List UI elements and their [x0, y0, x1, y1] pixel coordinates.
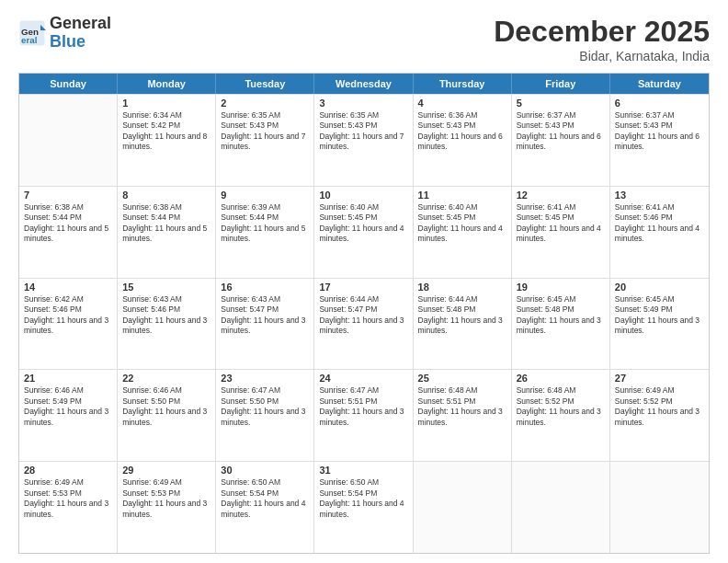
- cell-info: Sunrise: 6:41 AM Sunset: 5:45 PM Dayligh…: [517, 202, 605, 245]
- day-of-week-tuesday: Tuesday: [216, 74, 314, 94]
- header: Gen eral General Blue December 2025 Bida…: [18, 15, 710, 63]
- calendar-cell: 14Sunrise: 6:42 AM Sunset: 5:46 PM Dayli…: [19, 279, 118, 370]
- day-number: 2: [221, 98, 309, 109]
- calendar-cell: 13Sunrise: 6:41 AM Sunset: 5:46 PM Dayli…: [610, 187, 709, 278]
- cell-info: Sunrise: 6:38 AM Sunset: 5:44 PM Dayligh…: [122, 202, 210, 245]
- calendar-week-3: 14Sunrise: 6:42 AM Sunset: 5:46 PM Dayli…: [19, 278, 709, 370]
- calendar-cell: 18Sunrise: 6:44 AM Sunset: 5:48 PM Dayli…: [414, 279, 512, 370]
- day-number: 3: [319, 98, 407, 109]
- cell-info: Sunrise: 6:50 AM Sunset: 5:54 PM Dayligh…: [319, 477, 407, 520]
- day-number: 5: [517, 98, 605, 109]
- calendar-cell: 12Sunrise: 6:41 AM Sunset: 5:45 PM Dayli…: [512, 187, 610, 278]
- day-of-week-sunday: Sunday: [19, 74, 118, 94]
- cell-info: Sunrise: 6:49 AM Sunset: 5:53 PM Dayligh…: [122, 477, 210, 520]
- calendar-cell: 17Sunrise: 6:44 AM Sunset: 5:47 PM Dayli…: [314, 279, 413, 370]
- day-number: 23: [221, 373, 309, 384]
- logo-text: General Blue: [50, 15, 111, 52]
- calendar-cell: [610, 462, 709, 553]
- calendar-cell: 21Sunrise: 6:46 AM Sunset: 5:49 PM Dayli…: [19, 370, 118, 461]
- cell-info: Sunrise: 6:47 AM Sunset: 5:50 PM Dayligh…: [221, 385, 309, 428]
- day-number: 21: [24, 373, 112, 384]
- calendar-cell: 22Sunrise: 6:46 AM Sunset: 5:50 PM Dayli…: [118, 370, 216, 461]
- day-number: 13: [615, 190, 704, 201]
- calendar-cell: [414, 462, 512, 553]
- title-location: Bidar, Karnataka, India: [494, 49, 710, 63]
- calendar-cell: 25Sunrise: 6:48 AM Sunset: 5:51 PM Dayli…: [414, 370, 512, 461]
- calendar-cell: 7Sunrise: 6:38 AM Sunset: 5:44 PM Daylig…: [19, 187, 118, 278]
- cell-info: Sunrise: 6:50 AM Sunset: 5:54 PM Dayligh…: [221, 477, 309, 520]
- day-number: 20: [615, 282, 704, 293]
- title-block: December 2025 Bidar, Karnataka, India: [494, 15, 710, 63]
- cell-info: Sunrise: 6:40 AM Sunset: 5:45 PM Dayligh…: [319, 202, 407, 245]
- day-number: 17: [319, 282, 407, 293]
- cell-info: Sunrise: 6:49 AM Sunset: 5:53 PM Dayligh…: [24, 477, 112, 520]
- calendar-cell: 16Sunrise: 6:43 AM Sunset: 5:47 PM Dayli…: [216, 279, 314, 370]
- day-number: 24: [319, 373, 407, 384]
- cell-info: Sunrise: 6:46 AM Sunset: 5:50 PM Dayligh…: [122, 385, 210, 428]
- title-month: December 2025: [494, 15, 710, 49]
- cell-info: Sunrise: 6:35 AM Sunset: 5:43 PM Dayligh…: [319, 110, 407, 153]
- calendar-cell: 11Sunrise: 6:40 AM Sunset: 5:45 PM Dayli…: [414, 187, 512, 278]
- cell-info: Sunrise: 6:42 AM Sunset: 5:46 PM Dayligh…: [24, 294, 112, 337]
- day-number: 18: [418, 282, 506, 293]
- calendar-cell: [19, 95, 118, 186]
- svg-text:eral: eral: [21, 34, 38, 44]
- day-number: 6: [615, 98, 704, 109]
- calendar-cell: 29Sunrise: 6:49 AM Sunset: 5:53 PM Dayli…: [118, 462, 216, 553]
- cell-info: Sunrise: 6:35 AM Sunset: 5:43 PM Dayligh…: [221, 110, 309, 153]
- cell-info: Sunrise: 6:49 AM Sunset: 5:52 PM Dayligh…: [615, 385, 704, 428]
- calendar-cell: 3Sunrise: 6:35 AM Sunset: 5:43 PM Daylig…: [314, 95, 413, 186]
- calendar-week-1: 1Sunrise: 6:34 AM Sunset: 5:42 PM Daylig…: [19, 94, 709, 186]
- calendar-week-4: 21Sunrise: 6:46 AM Sunset: 5:49 PM Dayli…: [19, 369, 709, 461]
- cell-info: Sunrise: 6:43 AM Sunset: 5:47 PM Dayligh…: [221, 294, 309, 337]
- day-number: 26: [517, 373, 605, 384]
- cell-info: Sunrise: 6:47 AM Sunset: 5:51 PM Dayligh…: [319, 385, 407, 428]
- day-number: 9: [221, 190, 309, 201]
- calendar-cell: 15Sunrise: 6:43 AM Sunset: 5:46 PM Dayli…: [118, 279, 216, 370]
- calendar-cell: 1Sunrise: 6:34 AM Sunset: 5:42 PM Daylig…: [118, 95, 216, 186]
- day-number: 8: [122, 190, 210, 201]
- calendar-cell: [512, 462, 610, 553]
- cell-info: Sunrise: 6:48 AM Sunset: 5:51 PM Dayligh…: [418, 385, 506, 428]
- calendar-cell: 6Sunrise: 6:37 AM Sunset: 5:43 PM Daylig…: [610, 95, 709, 186]
- cell-info: Sunrise: 6:38 AM Sunset: 5:44 PM Dayligh…: [24, 202, 112, 245]
- calendar-cell: 20Sunrise: 6:45 AM Sunset: 5:49 PM Dayli…: [610, 279, 709, 370]
- calendar-cell: 31Sunrise: 6:50 AM Sunset: 5:54 PM Dayli…: [314, 462, 413, 553]
- page: Gen eral General Blue December 2025 Bida…: [0, 0, 728, 563]
- cell-info: Sunrise: 6:46 AM Sunset: 5:49 PM Dayligh…: [24, 385, 112, 428]
- cell-info: Sunrise: 6:40 AM Sunset: 5:45 PM Dayligh…: [418, 202, 506, 245]
- calendar-cell: 30Sunrise: 6:50 AM Sunset: 5:54 PM Dayli…: [216, 462, 314, 553]
- day-number: 11: [418, 190, 506, 201]
- day-number: 22: [122, 373, 210, 384]
- day-number: 28: [24, 465, 112, 476]
- calendar-cell: 2Sunrise: 6:35 AM Sunset: 5:43 PM Daylig…: [216, 95, 314, 186]
- cell-info: Sunrise: 6:41 AM Sunset: 5:46 PM Dayligh…: [615, 202, 704, 245]
- calendar-cell: 28Sunrise: 6:49 AM Sunset: 5:53 PM Dayli…: [19, 462, 118, 553]
- day-of-week-wednesday: Wednesday: [314, 74, 413, 94]
- cell-info: Sunrise: 6:45 AM Sunset: 5:48 PM Dayligh…: [517, 294, 605, 337]
- day-number: 16: [221, 282, 309, 293]
- cell-info: Sunrise: 6:37 AM Sunset: 5:43 PM Dayligh…: [615, 110, 704, 153]
- day-number: 29: [122, 465, 210, 476]
- cell-info: Sunrise: 6:43 AM Sunset: 5:46 PM Dayligh…: [122, 294, 210, 337]
- cell-info: Sunrise: 6:48 AM Sunset: 5:52 PM Dayligh…: [517, 385, 605, 428]
- calendar-cell: 10Sunrise: 6:40 AM Sunset: 5:45 PM Dayli…: [314, 187, 413, 278]
- calendar-cell: 19Sunrise: 6:45 AM Sunset: 5:48 PM Dayli…: [512, 279, 610, 370]
- calendar-cell: 23Sunrise: 6:47 AM Sunset: 5:50 PM Dayli…: [216, 370, 314, 461]
- day-number: 30: [221, 465, 309, 476]
- cell-info: Sunrise: 6:39 AM Sunset: 5:44 PM Dayligh…: [221, 202, 309, 245]
- cell-info: Sunrise: 6:44 AM Sunset: 5:48 PM Dayligh…: [418, 294, 506, 337]
- calendar: SundayMondayTuesdayWednesdayThursdayFrid…: [18, 73, 710, 554]
- calendar-week-2: 7Sunrise: 6:38 AM Sunset: 5:44 PM Daylig…: [19, 186, 709, 278]
- day-number: 14: [24, 282, 112, 293]
- calendar-cell: 8Sunrise: 6:38 AM Sunset: 5:44 PM Daylig…: [118, 187, 216, 278]
- calendar-cell: 5Sunrise: 6:37 AM Sunset: 5:43 PM Daylig…: [512, 95, 610, 186]
- day-of-week-friday: Friday: [512, 74, 610, 94]
- day-of-week-thursday: Thursday: [414, 74, 512, 94]
- calendar-cell: 9Sunrise: 6:39 AM Sunset: 5:44 PM Daylig…: [216, 187, 314, 278]
- generalblue-icon: Gen eral: [18, 19, 46, 47]
- day-number: 19: [517, 282, 605, 293]
- logo-blue: Blue: [50, 33, 111, 52]
- cell-info: Sunrise: 6:34 AM Sunset: 5:42 PM Dayligh…: [122, 110, 210, 153]
- day-number: 15: [122, 282, 210, 293]
